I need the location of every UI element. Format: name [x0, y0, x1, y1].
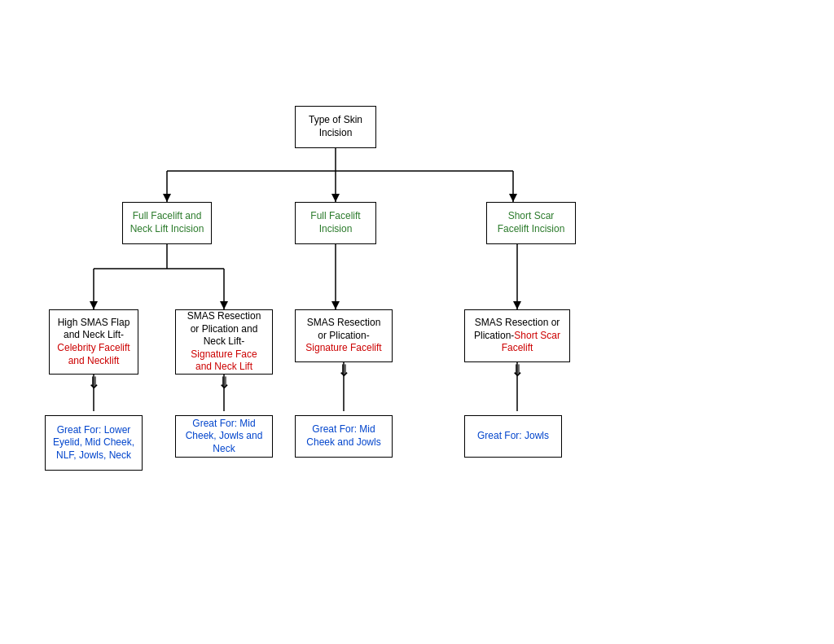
node-short-scar: Short Scar Facelift Incision	[486, 202, 576, 244]
node-root-label: Type of Skin Incision	[302, 114, 369, 139]
svg-marker-3	[163, 194, 171, 202]
svg-marker-11	[90, 301, 98, 309]
node-great-mid-jowls: Great For: Mid Cheek and Jowls	[295, 415, 393, 458]
diagram-container: ⇓ ⇓ ⇓ ⇓ Type of Skin Incision Full Facel…	[0, 0, 834, 644]
node-full-facelift-label: Full Facelift Incision	[302, 210, 369, 235]
node-smas-short-label: SMAS Resection or Plication-Short Scar F…	[472, 317, 563, 355]
svg-marker-13	[220, 301, 228, 309]
node-full-neck-label: Full Facelift and Neck Lift Incision	[129, 210, 204, 235]
node-great-mid-neck-label: Great For: Mid Cheek, Jowls and Neck	[182, 418, 266, 456]
node-great-mid-jowls-label: Great For: Mid Cheek and Jowls	[302, 423, 385, 449]
node-root: Type of Skin Incision	[295, 106, 376, 148]
node-smas-neck: SMAS Resection or Plication and Neck Lif…	[175, 309, 273, 375]
arrow-smas-sig: ⇓	[335, 362, 353, 379]
node-smas-sig: SMAS Resection or Plication-Signature Fa…	[295, 309, 393, 362]
node-smas-neck-label: SMAS Resection or Plication and Neck Lif…	[182, 310, 266, 374]
node-short-scar-label: Short Scar Facelift Incision	[494, 210, 568, 235]
node-great-lower-label: Great For: Lower Eyelid, Mid Cheek, NLF,…	[52, 424, 135, 462]
node-great-jowls: Great For: Jowls	[464, 415, 562, 458]
svg-marker-7	[509, 194, 517, 202]
arrow-smas-short: ⇓	[508, 362, 526, 379]
arrow-smas-neck: ⇓	[215, 375, 233, 391]
node-smas-sig-label: SMAS Resection or Plication-Signature Fa…	[302, 317, 385, 355]
arrow-high-smas: ⇓	[85, 375, 103, 391]
node-great-lower: Great For: Lower Eyelid, Mid Cheek, NLF,…	[45, 415, 143, 471]
node-high-smas: High SMAS Flap and Neck Lift-Celebrity F…	[49, 309, 138, 375]
svg-marker-15	[331, 301, 340, 309]
node-high-smas-label: High SMAS Flap and Neck Lift-Celebrity F…	[56, 317, 131, 367]
node-full-neck: Full Facelift and Neck Lift Incision	[122, 202, 212, 244]
svg-marker-5	[331, 194, 340, 202]
svg-marker-17	[513, 301, 521, 309]
node-great-mid-neck: Great For: Mid Cheek, Jowls and Neck	[175, 415, 273, 458]
node-great-jowls-label: Great For: Jowls	[477, 430, 549, 443]
node-smas-short: SMAS Resection or Plication-Short Scar F…	[464, 309, 570, 362]
node-full-facelift: Full Facelift Incision	[295, 202, 376, 244]
